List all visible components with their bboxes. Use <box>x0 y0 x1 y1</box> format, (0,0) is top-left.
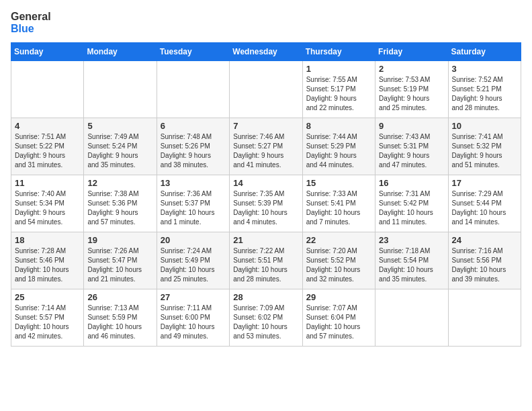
day-info: Sunrise: 7:44 AM Sunset: 5:29 PM Dayligh… <box>306 132 371 170</box>
calendar-cell: 10Sunrise: 7:41 AM Sunset: 5:32 PM Dayli… <box>448 118 521 175</box>
day-info: Sunrise: 7:48 AM Sunset: 5:26 PM Dayligh… <box>161 132 226 170</box>
day-number: 27 <box>161 292 226 302</box>
day-info: Sunrise: 7:43 AM Sunset: 5:31 PM Dayligh… <box>379 132 444 170</box>
calendar-cell: 28Sunrise: 7:09 AM Sunset: 6:02 PM Dayli… <box>230 289 302 347</box>
day-info: Sunrise: 7:13 AM Sunset: 5:59 PM Dayligh… <box>87 304 152 341</box>
calendar-cell <box>448 289 521 347</box>
calendar-cell: 21Sunrise: 7:22 AM Sunset: 5:51 PM Dayli… <box>230 232 302 289</box>
day-number: 13 <box>161 178 226 188</box>
calendar-cell: 19Sunrise: 7:26 AM Sunset: 5:47 PM Dayli… <box>84 232 157 289</box>
day-number: 18 <box>15 235 80 245</box>
logo-general: General <box>11 11 51 23</box>
day-info: Sunrise: 7:11 AM Sunset: 6:00 PM Dayligh… <box>161 304 226 341</box>
calendar-cell: 1Sunrise: 7:55 AM Sunset: 5:17 PM Daylig… <box>302 61 375 118</box>
calendar-cell: 3Sunrise: 7:52 AM Sunset: 5:21 PM Daylig… <box>448 61 521 118</box>
calendar-cell: 8Sunrise: 7:44 AM Sunset: 5:29 PM Daylig… <box>302 118 375 175</box>
day-number: 26 <box>87 292 152 302</box>
day-number: 5 <box>87 121 152 131</box>
day-number: 15 <box>306 178 371 188</box>
day-number: 22 <box>306 235 371 245</box>
calendar-cell: 14Sunrise: 7:35 AM Sunset: 5:39 PM Dayli… <box>230 175 302 232</box>
calendar-cell: 11Sunrise: 7:40 AM Sunset: 5:34 PM Dayli… <box>11 175 84 232</box>
day-info: Sunrise: 7:53 AM Sunset: 5:19 PM Dayligh… <box>379 75 444 113</box>
day-number: 3 <box>452 64 517 74</box>
weekday-header-wednesday: Wednesday <box>230 43 302 61</box>
week-row-4: 18Sunrise: 7:28 AM Sunset: 5:46 PM Dayli… <box>11 232 521 289</box>
day-info: Sunrise: 7:16 AM Sunset: 5:56 PM Dayligh… <box>452 246 517 284</box>
day-number: 6 <box>161 121 226 131</box>
day-info: Sunrise: 7:46 AM Sunset: 5:27 PM Dayligh… <box>233 132 298 170</box>
calendar-cell: 9Sunrise: 7:43 AM Sunset: 5:31 PM Daylig… <box>375 118 448 175</box>
calendar-cell: 4Sunrise: 7:51 AM Sunset: 5:22 PM Daylig… <box>11 118 84 175</box>
logo-blue: Blue <box>11 23 51 35</box>
day-number: 11 <box>15 178 80 188</box>
day-info: Sunrise: 7:28 AM Sunset: 5:46 PM Dayligh… <box>15 246 80 284</box>
day-info: Sunrise: 7:55 AM Sunset: 5:17 PM Dayligh… <box>306 75 371 113</box>
week-row-3: 11Sunrise: 7:40 AM Sunset: 5:34 PM Dayli… <box>11 175 521 232</box>
calendar-cell <box>84 61 157 118</box>
calendar-cell: 24Sunrise: 7:16 AM Sunset: 5:56 PM Dayli… <box>448 232 521 289</box>
weekday-header-friday: Friday <box>375 43 448 61</box>
calendar-cell: 15Sunrise: 7:33 AM Sunset: 5:41 PM Dayli… <box>302 175 375 232</box>
calendar-cell: 25Sunrise: 7:14 AM Sunset: 5:57 PM Dayli… <box>11 289 84 347</box>
calendar-cell: 2Sunrise: 7:53 AM Sunset: 5:19 PM Daylig… <box>375 61 448 118</box>
day-info: Sunrise: 7:14 AM Sunset: 5:57 PM Dayligh… <box>15 304 80 341</box>
day-info: Sunrise: 7:35 AM Sunset: 5:39 PM Dayligh… <box>233 189 298 227</box>
weekday-header-sunday: Sunday <box>11 43 84 61</box>
day-number: 28 <box>233 292 298 302</box>
day-number: 23 <box>379 235 444 245</box>
weekday-header-saturday: Saturday <box>448 43 521 61</box>
calendar-cell: 16Sunrise: 7:31 AM Sunset: 5:42 PM Dayli… <box>375 175 448 232</box>
day-number: 1 <box>306 64 371 74</box>
day-info: Sunrise: 7:31 AM Sunset: 5:42 PM Dayligh… <box>379 189 444 227</box>
day-info: Sunrise: 7:29 AM Sunset: 5:44 PM Dayligh… <box>452 189 517 227</box>
calendar-cell: 22Sunrise: 7:20 AM Sunset: 5:52 PM Dayli… <box>302 232 375 289</box>
day-info: Sunrise: 7:22 AM Sunset: 5:51 PM Dayligh… <box>233 246 298 284</box>
day-number: 10 <box>452 121 517 131</box>
calendar-cell: 12Sunrise: 7:38 AM Sunset: 5:36 PM Dayli… <box>84 175 157 232</box>
day-number: 19 <box>87 235 152 245</box>
day-number: 2 <box>379 64 444 74</box>
day-info: Sunrise: 7:07 AM Sunset: 6:04 PM Dayligh… <box>306 304 371 341</box>
calendar-cell <box>375 289 448 347</box>
day-info: Sunrise: 7:51 AM Sunset: 5:22 PM Dayligh… <box>15 132 80 170</box>
day-info: Sunrise: 7:24 AM Sunset: 5:49 PM Dayligh… <box>161 246 226 284</box>
day-info: Sunrise: 7:41 AM Sunset: 5:32 PM Dayligh… <box>452 132 517 170</box>
calendar-cell: 5Sunrise: 7:49 AM Sunset: 5:24 PM Daylig… <box>84 118 157 175</box>
day-info: Sunrise: 7:38 AM Sunset: 5:36 PM Dayligh… <box>87 189 152 227</box>
calendar-cell: 20Sunrise: 7:24 AM Sunset: 5:49 PM Dayli… <box>157 232 229 289</box>
day-info: Sunrise: 7:40 AM Sunset: 5:34 PM Dayligh… <box>15 189 80 227</box>
day-number: 21 <box>233 235 298 245</box>
day-info: Sunrise: 7:52 AM Sunset: 5:21 PM Dayligh… <box>452 75 517 113</box>
week-row-5: 25Sunrise: 7:14 AM Sunset: 5:57 PM Dayli… <box>11 289 521 347</box>
page-header: General Blue General Blue <box>11 11 521 34</box>
day-info: Sunrise: 7:18 AM Sunset: 5:54 PM Dayligh… <box>379 246 444 284</box>
day-number: 12 <box>87 178 152 188</box>
calendar-cell: 27Sunrise: 7:11 AM Sunset: 6:00 PM Dayli… <box>157 289 229 347</box>
day-info: Sunrise: 7:26 AM Sunset: 5:47 PM Dayligh… <box>87 246 152 284</box>
calendar-cell <box>157 61 229 118</box>
calendar-cell: 26Sunrise: 7:13 AM Sunset: 5:59 PM Dayli… <box>84 289 157 347</box>
weekday-header-thursday: Thursday <box>302 43 375 61</box>
day-info: Sunrise: 7:36 AM Sunset: 5:37 PM Dayligh… <box>161 189 226 227</box>
calendar-cell: 29Sunrise: 7:07 AM Sunset: 6:04 PM Dayli… <box>302 289 375 347</box>
weekday-header-monday: Monday <box>84 43 157 61</box>
day-number: 16 <box>379 178 444 188</box>
calendar-table: SundayMondayTuesdayWednesdayThursdayFrid… <box>11 42 521 347</box>
logo: General Blue General Blue <box>11 11 51 34</box>
day-info: Sunrise: 7:09 AM Sunset: 6:02 PM Dayligh… <box>233 304 298 341</box>
day-info: Sunrise: 7:20 AM Sunset: 5:52 PM Dayligh… <box>306 246 371 284</box>
day-number: 24 <box>452 235 517 245</box>
day-number: 8 <box>306 121 371 131</box>
calendar-cell: 17Sunrise: 7:29 AM Sunset: 5:44 PM Dayli… <box>448 175 521 232</box>
calendar-cell <box>11 61 84 118</box>
week-row-2: 4Sunrise: 7:51 AM Sunset: 5:22 PM Daylig… <box>11 118 521 175</box>
day-number: 17 <box>452 178 517 188</box>
day-info: Sunrise: 7:49 AM Sunset: 5:24 PM Dayligh… <box>87 132 152 170</box>
calendar-cell: 7Sunrise: 7:46 AM Sunset: 5:27 PM Daylig… <box>230 118 302 175</box>
weekday-header-tuesday: Tuesday <box>157 43 229 61</box>
calendar-cell: 23Sunrise: 7:18 AM Sunset: 5:54 PM Dayli… <box>375 232 448 289</box>
calendar-cell: 13Sunrise: 7:36 AM Sunset: 5:37 PM Dayli… <box>157 175 229 232</box>
day-number: 14 <box>233 178 298 188</box>
day-number: 20 <box>161 235 226 245</box>
